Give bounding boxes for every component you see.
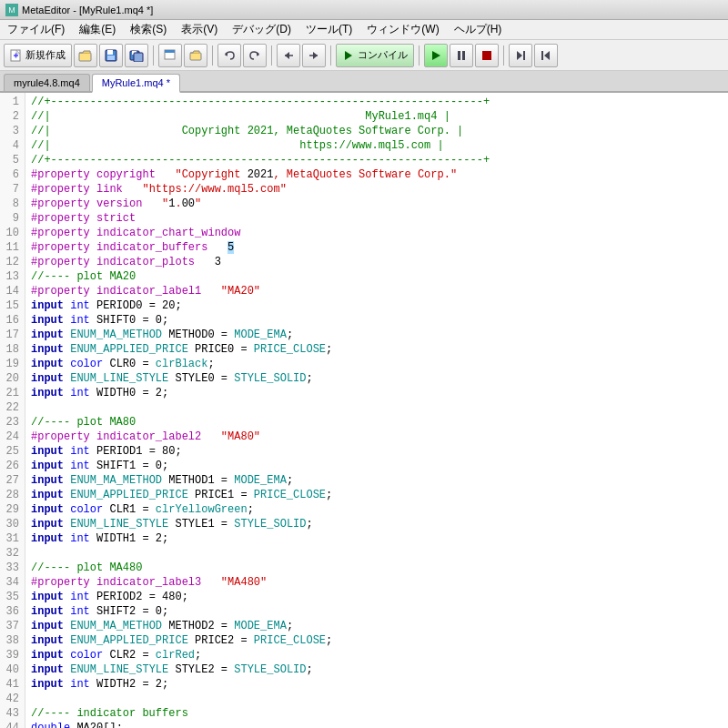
- menu-view[interactable]: 表示(V): [174, 20, 225, 39]
- forward-button[interactable]: [302, 44, 326, 67]
- code-line: //| MyRule1.mq4 |: [31, 109, 723, 124]
- line-number: 36: [4, 604, 19, 619]
- svg-rect-11: [165, 50, 175, 53]
- code-line: input ENUM_APPLIED_PRICE PRICE2 = PRICE_…: [31, 633, 723, 648]
- svg-marker-19: [345, 51, 352, 60]
- code-line: input ENUM_LINE_STYLE STYLE1 = STYLE_SOL…: [31, 517, 723, 531]
- open-file-button2[interactable]: [184, 44, 207, 67]
- line-number: 43: [4, 706, 19, 721]
- svg-marker-24: [517, 51, 522, 60]
- menu-tools[interactable]: ツール(T): [298, 20, 359, 39]
- line-number: 40: [4, 662, 19, 677]
- code-line: input int WIDTH0 = 2;: [31, 386, 723, 400]
- line-number: 27: [4, 473, 19, 488]
- code-line: input int WIDTH1 = 2;: [31, 531, 723, 546]
- pause-button[interactable]: [450, 44, 473, 67]
- line-number: 7: [4, 182, 19, 197]
- compile-button[interactable]: コンパイル: [336, 44, 414, 67]
- back-button[interactable]: [277, 44, 300, 67]
- back-icon: [282, 49, 295, 62]
- menu-debug[interactable]: デバッグ(D): [225, 20, 298, 39]
- svg-rect-9: [134, 53, 143, 62]
- svg-rect-22: [462, 51, 465, 60]
- folder-icon: [189, 49, 202, 62]
- code-line: //+-------------------------------------…: [31, 153, 723, 167]
- code-line: input color CLR1 = clrYellowGreen;: [31, 502, 723, 517]
- svg-marker-26: [544, 51, 550, 60]
- line-number: 6: [4, 167, 19, 182]
- code-line: //| Copyright 2021, MetaQuotes Software …: [31, 124, 723, 138]
- stop-icon: [480, 49, 493, 62]
- line-number: 44: [4, 721, 19, 728]
- svg-marker-13: [225, 52, 228, 56]
- code-line: #property link "https://www.mql5.com": [31, 182, 723, 197]
- code-line: //---- plot MA80: [31, 415, 723, 430]
- step-out-button[interactable]: [534, 44, 558, 67]
- new-window-button[interactable]: [158, 44, 182, 67]
- line-number: 26: [4, 459, 19, 473]
- line-number: 3: [4, 124, 19, 138]
- line-number: 38: [4, 633, 19, 648]
- line-number: 16: [4, 313, 19, 328]
- line-number: 25: [4, 444, 19, 459]
- open-button[interactable]: [74, 44, 97, 67]
- pause-icon: [455, 49, 468, 62]
- compile-icon: [342, 49, 355, 62]
- menu-help[interactable]: ヘルプ(H): [447, 20, 510, 39]
- new-file-button[interactable]: 新規作成: [4, 44, 72, 67]
- line-number: 31: [4, 531, 19, 546]
- code-line: input int WIDTH2 = 2;: [31, 677, 723, 692]
- line-number: 10: [4, 226, 19, 240]
- undo-button[interactable]: [217, 44, 241, 67]
- code-line: input ENUM_APPLIED_PRICE PRICE0 = PRICE_…: [31, 342, 723, 357]
- code-line: double MA20[];: [31, 721, 723, 728]
- code-line: #property indicator_chart_window: [31, 226, 723, 240]
- sep4: [330, 46, 331, 66]
- line-number: 34: [4, 575, 19, 590]
- code-line: input int SHIFT2 = 0;: [31, 604, 723, 619]
- tab-bar: myrule4.8.mq4 MyRule1.mq4 *: [0, 71, 728, 93]
- code-line: #property indicator_label2 "MA80": [31, 430, 723, 444]
- code-line: //+-------------------------------------…: [31, 95, 723, 109]
- code-line: //| https://www.mql5.com |: [31, 138, 723, 153]
- line-number: 14: [4, 284, 19, 298]
- window-icon: [164, 49, 177, 62]
- save-button[interactable]: [99, 44, 123, 67]
- menu-file[interactable]: ファイル(F): [0, 20, 72, 39]
- svg-rect-3: [79, 53, 91, 61]
- sep1: [153, 46, 154, 66]
- menu-search[interactable]: 検索(S): [123, 20, 174, 39]
- line-number: 9: [4, 211, 19, 226]
- redo-button[interactable]: [243, 44, 267, 67]
- line-number: 4: [4, 138, 19, 153]
- menu-bar: ファイル(F) 編集(E) 検索(S) 表示(V) デバッグ(D) ツール(T)…: [0, 20, 728, 40]
- line-number: 5: [4, 153, 19, 167]
- step-in-icon: [513, 49, 528, 62]
- run-button[interactable]: [424, 44, 448, 67]
- compile-label: コンパイル: [358, 48, 408, 62]
- tab-myrule1[interactable]: MyRule1.mq4 *: [92, 74, 180, 93]
- undo-icon: [223, 49, 236, 62]
- code-line: input ENUM_MA_METHOD METHOD1 = MODE_EMA;: [31, 473, 723, 488]
- forward-icon: [308, 49, 320, 62]
- line-number: 22: [4, 400, 19, 415]
- step-in-button[interactable]: [509, 44, 532, 67]
- line-number: 23: [4, 415, 19, 430]
- menu-edit[interactable]: 編集(E): [72, 20, 123, 39]
- line-number: 32: [4, 546, 19, 561]
- play-icon: [430, 49, 442, 62]
- tab-myrule48[interactable]: myrule4.8.mq4: [4, 74, 90, 91]
- code-content[interactable]: //+-------------------------------------…: [25, 93, 728, 728]
- code-line: input int SHIFT0 = 0;: [31, 313, 723, 328]
- svg-rect-6: [107, 56, 115, 60]
- save-all-button[interactable]: [125, 44, 148, 67]
- stop-button[interactable]: [475, 44, 499, 67]
- new-file-label: 新規作成: [25, 48, 66, 62]
- code-line: input int PERIOD1 = 80;: [31, 444, 723, 459]
- code-line: #property version "1.00": [31, 197, 723, 211]
- code-line: [31, 692, 723, 706]
- code-line: [31, 546, 723, 561]
- menu-window[interactable]: ウィンドウ(W): [359, 20, 446, 39]
- line-number: 41: [4, 677, 19, 692]
- sep5: [419, 46, 420, 66]
